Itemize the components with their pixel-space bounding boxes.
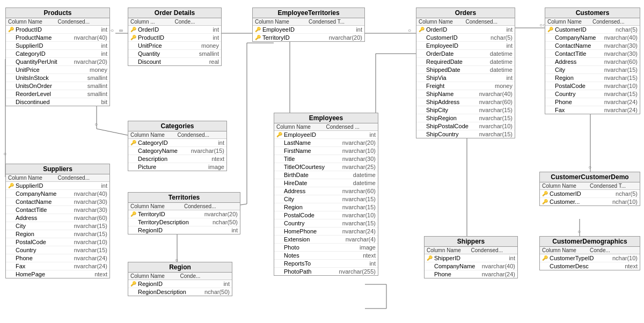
table-row: 🔑ProductIDint [128,34,221,42]
table-customer-customer-demo-header: CustomerCustomerDemo [540,172,640,182]
table-row: 🔑OrderIDint [416,26,515,34]
table-row: QuantityPerUnitnvarchar(20) [6,58,109,66]
table-row: 🔑TerritoryIDnvarchar(20) [128,210,240,218]
table-row: 🔑RegionIDint [128,280,232,288]
table-categories[interactable]: Categories Column NameCondensed... 🔑Cate… [128,121,227,171]
table-row: Citynvarchar(15) [545,66,640,74]
svg-text:○: ○ [408,27,411,33]
table-row: 🔑CustomerIDnchar(5) [545,26,640,34]
table-row: Faxnvarchar(24) [6,262,109,270]
table-territories-header: Territories [128,193,240,203]
table-row: 🔑EmployeeIDint [253,26,364,34]
table-products-subheader: Column NameCondensed... [6,18,109,26]
table-territories-subheader: Column NameCondensed... [128,203,240,210]
table-row: HomePagentext [6,270,109,278]
table-employee-territories[interactable]: EmployeeTerritories Column NameCondensed… [252,8,365,42]
table-row: ContactNamenvarchar(30) [6,198,109,206]
table-row: Freightmoney [416,82,515,90]
table-employees-header: Employees [274,113,378,123]
table-row: CompanyNamenvarchar(40) [545,34,640,42]
table-row: Addressnvarchar(60) [545,58,640,66]
table-territories[interactable]: Territories Column NameCondensed... 🔑Ter… [128,192,240,234]
table-row: ShipRegionnvarchar(15) [416,114,515,122]
table-row: 🔑ShipperIDint [425,254,517,262]
table-row: Regionnvarchar(15) [274,203,378,211]
table-customers[interactable]: Customers Column NameCondensed... 🔑Custo… [545,8,640,114]
table-row: Discountreal [128,58,221,65]
table-orders-header: Orders [416,8,515,18]
svg-line-7 [97,129,128,135]
table-row: PhotoPathnvarchar(255) [274,268,378,275]
table-suppliers[interactable]: Suppliers Column NameCondensed... 🔑Suppl… [5,164,110,278]
table-row: UnitsInStocksmallint [6,74,109,82]
table-row: Notesntext [274,252,378,260]
table-customer-customer-demo[interactable]: CustomerCustomerDemo Column NameCondense… [539,172,640,206]
table-row: Pictureimage [128,163,226,171]
table-products[interactable]: Products Column NameCondensed... 🔑Produc… [5,8,110,106]
table-order-details-header: Order Details [128,8,221,18]
table-row: PostalCodenvarchar(10) [6,238,109,246]
table-customer-customer-demo-subheader: Column NameCondensed T... [540,182,640,190]
svg-text:○: ○ [588,164,591,170]
table-row: HireDatedatetime [274,179,378,187]
table-region-subheader: Column NameConde... [128,273,232,280]
table-suppliers-subheader: Column NameCondensed... [6,174,109,182]
table-shippers-header: Shippers [425,237,517,247]
svg-text:○: ○ [577,229,581,234]
table-row: HomePhonenvarchar(24) [274,227,378,236]
table-row: Addressnvarchar(60) [6,214,109,222]
table-row: Quantitysmallint [128,50,221,58]
table-row: ContactTitlenvarchar(30) [6,206,109,214]
table-row: SupplierIDint [6,42,109,50]
table-row: 🔑Customer...nchar(10) [540,198,640,205]
table-orders-subheader: Column NameCondensed... [416,18,515,26]
table-row: CustomerDescntext [540,262,640,270]
diagram-canvas: ∞ ○○ ○ ○ ∞ ○ ○ ○ ∞ ○○ ○ [0,0,644,323]
table-row: CategoryIDint [6,50,109,58]
svg-text:○: ○ [94,121,98,127]
table-row: ShipPostalCodenvarchar(10) [416,122,515,130]
svg-text:○: ○ [3,151,6,157]
table-orders[interactable]: Orders Column NameCondensed... 🔑OrderIDi… [416,8,515,138]
table-row: 🔑CategoryIDint [128,139,226,147]
table-order-details[interactable]: Order Details Column ...Conde... 🔑OrderI… [128,8,222,66]
table-customers-subheader: Column NameCondensed... [545,18,640,26]
table-suppliers-header: Suppliers [6,164,109,174]
table-row: TitleOfCourtesynvarchar(25) [274,163,378,171]
table-row: ReorderLevelsmallint [6,90,109,98]
table-customer-demographics-subheader: Column NameConde... [540,247,640,254]
table-customer-demographics-header: CustomerDemographics [540,237,640,247]
table-row: RequiredDatedatetime [416,58,515,66]
table-row: EmployeeIDint [416,42,515,50]
table-row: CustomerIDnchar(5) [416,34,515,42]
table-row: RegionDescriptionnchar(50) [128,288,232,296]
table-row: ShipNamenvarchar(40) [416,90,515,98]
table-customer-demographics[interactable]: CustomerDemographics Column NameConde...… [539,236,640,270]
table-row: ShipCitynvarchar(15) [416,106,515,114]
table-row: Extensionnvarchar(4) [274,236,378,244]
table-row: ShipAddressnvarchar(60) [416,98,515,106]
table-row: Countrynvarchar(15) [545,90,640,98]
table-row: CategoryNamenvarchar(15) [128,147,226,155]
table-row: Descriptionntext [128,155,226,163]
table-row: ShipViaint [416,74,515,82]
table-region[interactable]: Region Column NameConde... 🔑RegionIDint … [128,262,232,296]
table-row: 🔑CustomerIDnchar(5) [540,190,640,198]
table-row: CompanyNamenvarchar(40) [425,262,517,270]
table-employees[interactable]: Employees Column NameCondensed ... 🔑Empl… [274,113,378,276]
table-row: Countrynvarchar(15) [274,219,378,227]
table-row: PostalCodenvarchar(10) [274,211,378,219]
table-row: UnitsOnOrdersmallint [6,82,109,90]
table-row: ContactTitlenvarchar(30) [545,50,640,58]
table-row: Discontinuedbit [6,98,109,106]
table-shippers[interactable]: Shippers Column NameCondensed... 🔑Shippe… [424,236,518,278]
table-row: Phonenvarchar(24) [425,270,517,278]
table-row: ProductNamenvarchar(40) [6,34,109,42]
table-row: Citynvarchar(15) [274,195,378,203]
table-row: ReportsToint [274,260,378,268]
table-row: Addressnvarchar(60) [274,187,378,195]
table-row: Regionnvarchar(15) [6,230,109,238]
table-employees-subheader: Column NameCondensed ... [274,123,378,131]
table-row: 🔑CustomerTypeIDnchar(10) [540,254,640,262]
table-row: Citynvarchar(15) [6,222,109,230]
